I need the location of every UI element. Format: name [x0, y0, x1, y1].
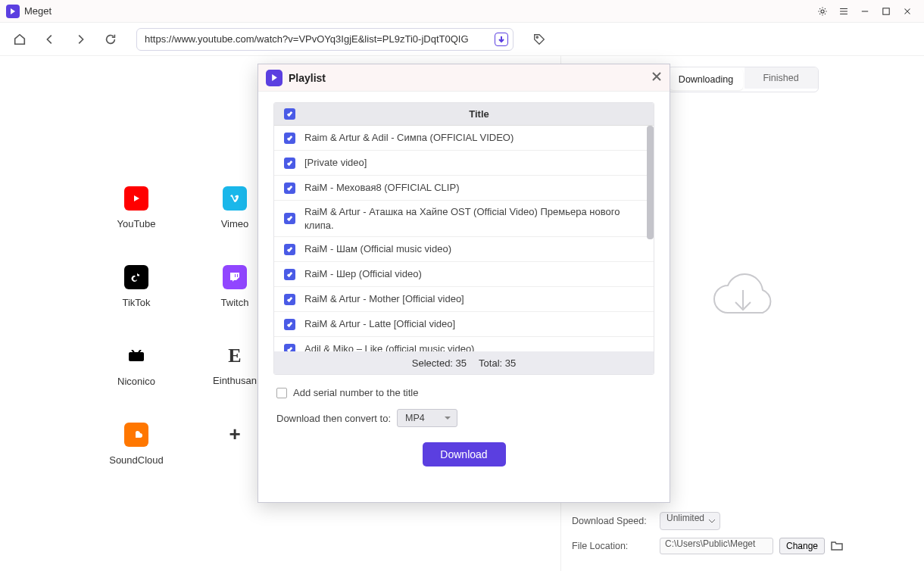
svg-point-2 [536, 36, 538, 38]
row-title: RaiM & Artur - Latte [Official video] [304, 313, 654, 335]
soundcloud-icon [124, 423, 148, 447]
row-checkbox[interactable] [284, 269, 295, 280]
playlist-modal: Playlist Title Raim & Artur & Adil - Сим… [258, 64, 670, 503]
row-checkbox[interactable] [284, 158, 295, 169]
table-row[interactable]: RaiM & Artur - Latte [Official video] [274, 312, 654, 337]
table-row[interactable]: Raim & Artur & Adil - Симпа (OFFICIAL VI… [274, 126, 654, 151]
open-folder-icon[interactable] [831, 540, 843, 553]
row-title: RaiM - Шер (Official video) [304, 263, 654, 286]
svg-rect-3 [129, 352, 144, 361]
title-bar: Meget [0, 0, 924, 23]
row-checkbox[interactable] [284, 244, 295, 255]
svg-rect-1 [883, 8, 889, 14]
location-path: C:\Users\Public\Meget [660, 538, 773, 554]
download-url-icon[interactable] [495, 33, 508, 46]
app-name: Meget [24, 5, 52, 17]
playlist-table: Title Raim & Artur & Adil - Симпа (OFFIC… [273, 102, 654, 375]
title-header: Title [304, 108, 654, 120]
settings-icon[interactable] [812, 0, 833, 23]
row-checkbox[interactable] [284, 319, 295, 330]
serial-checkbox[interactable] [276, 388, 287, 398]
url-bar[interactable]: https://www.youtube.com/watch?v=VPvOYq3I… [136, 28, 514, 51]
youtube-icon [124, 186, 148, 211]
format-dropdown[interactable]: MP4 [397, 409, 457, 427]
table-row[interactable]: RaiM - Шер (Official video) [274, 262, 654, 287]
back-icon[interactable] [38, 27, 62, 51]
tab-finished[interactable]: Finished [745, 67, 818, 89]
row-title: RaiM & Artur - Mother [Official video] [304, 288, 654, 310]
row-title: RaiM - Меховая8 (OFFICIAL CLIP) [304, 176, 654, 199]
table-row[interactable]: [Private video] [274, 151, 654, 176]
table-row[interactable]: RaiM & Artur - Mother [Official video] [274, 287, 654, 312]
menu-icon[interactable] [833, 0, 854, 23]
site-youtube[interactable]: YouTube [91, 170, 182, 245]
table-row[interactable]: RaiM - Шам (Official music video) [274, 237, 654, 262]
maximize-icon[interactable] [876, 0, 897, 23]
row-title: RaiM - Шам (Official music video) [304, 238, 654, 261]
reload-icon[interactable] [98, 27, 123, 51]
site-soundcloud[interactable]: SoundCloud [91, 406, 182, 482]
modal-logo-icon [266, 70, 283, 86]
select-all-checkbox[interactable] [284, 108, 295, 120]
table-row[interactable]: RaiM & Artur - Аташка на Хайпе OST (Offi… [274, 201, 654, 237]
site-niconico[interactable]: Niconico [91, 327, 182, 403]
table-body[interactable]: Raim & Artur & Adil - Симпа (OFFICIAL VI… [274, 126, 654, 351]
url-input[interactable]: https://www.youtube.com/watch?v=VPvOYq3I… [145, 33, 495, 45]
download-tabs: Downloading Finished [667, 67, 819, 92]
table-footer: Selected: 35 Total: 35 [274, 351, 654, 374]
toolbar: https://www.youtube.com/watch?v=VPvOYq3I… [0, 23, 924, 56]
speed-dropdown[interactable]: Unlimited [660, 512, 720, 530]
cloud-download-icon [705, 267, 781, 328]
niconico-icon [124, 344, 148, 368]
download-button[interactable]: Download [423, 442, 506, 466]
row-checkbox[interactable] [284, 133, 295, 144]
modal-header: Playlist [258, 64, 670, 92]
close-icon[interactable] [897, 0, 918, 23]
home-icon[interactable] [8, 27, 32, 51]
modal-close-icon[interactable] [651, 71, 662, 85]
svg-point-0 [821, 9, 824, 12]
modal-title: Playlist [289, 72, 326, 84]
change-location-button[interactable]: Change [779, 538, 825, 554]
row-checkbox[interactable] [284, 183, 295, 194]
location-label: File Location: [572, 541, 654, 551]
row-checkbox[interactable] [284, 344, 295, 351]
tag-icon[interactable] [527, 27, 551, 51]
vimeo-icon [223, 186, 247, 211]
serial-label: Add serial number to the title [293, 387, 418, 398]
plus-icon: + [229, 423, 240, 446]
twitch-icon [223, 265, 247, 289]
speed-label: Download Speed: [572, 516, 654, 526]
site-tiktok[interactable]: TikTok [91, 248, 182, 324]
table-header: Title [274, 103, 654, 126]
row-checkbox[interactable] [284, 294, 295, 305]
minimize-icon[interactable] [854, 0, 876, 23]
table-row[interactable]: Adil & Miko – Like (official music video… [274, 337, 654, 351]
row-checkbox[interactable] [284, 213, 295, 224]
row-title: RaiM & Artur - Аташка на Хайпе OST (Offi… [304, 201, 654, 236]
tab-downloading[interactable]: Downloading [670, 69, 743, 90]
row-title: [Private video] [304, 151, 654, 174]
tiktok-icon [124, 265, 148, 289]
row-title: Raim & Artur & Adil - Симпа (OFFICIAL VI… [304, 126, 654, 149]
site-grid: YouTube Vimeo TikTok Twitch Niconico EEi… [91, 170, 280, 482]
convert-label: Download then convert to: [276, 413, 391, 424]
einthusan-icon: E [228, 345, 241, 367]
row-title: Adil & Miko – Like (official music video… [304, 338, 654, 351]
download-settings: Download Speed: Unlimited File Location:… [561, 503, 924, 571]
forward-icon[interactable] [68, 27, 92, 51]
table-row[interactable]: RaiM - Меховая8 (OFFICIAL CLIP) [274, 176, 654, 201]
app-logo-icon [6, 5, 20, 18]
